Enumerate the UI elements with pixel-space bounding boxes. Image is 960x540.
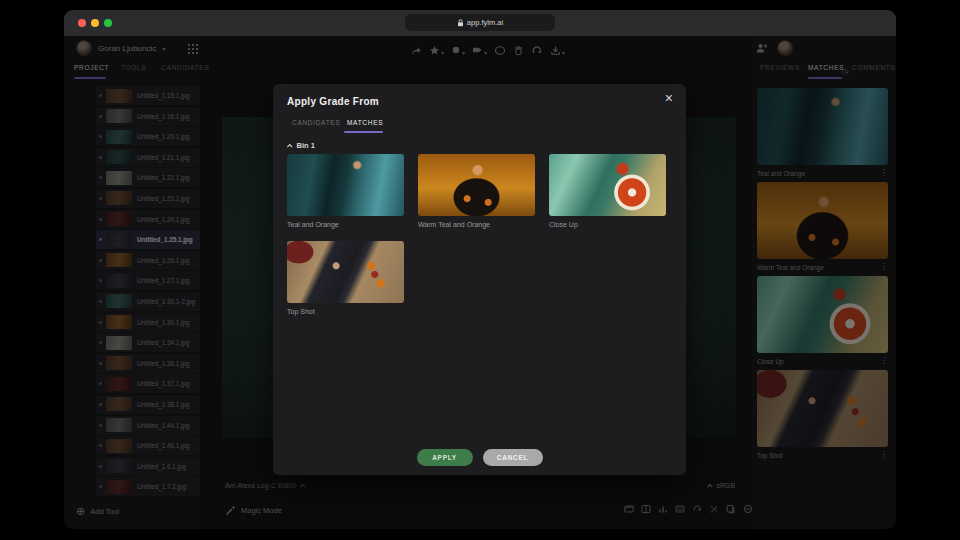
grade-card[interactable]: Warm Teal and Orange	[418, 154, 535, 228]
grade-card[interactable]: Teal and Orange	[287, 154, 404, 228]
grade-card-grid: Teal and Orange Warm Teal and Orange Clo…	[287, 154, 673, 315]
grade-thumbnail[interactable]	[418, 154, 535, 216]
close-icon[interactable]	[665, 90, 673, 106]
grade-label: Teal and Orange	[287, 221, 404, 228]
grade-label: Close Up	[549, 221, 666, 228]
grade-label: Top Shot	[287, 308, 404, 315]
close-window-button[interactable]	[78, 19, 86, 27]
active-tab-underline	[344, 131, 383, 133]
modal-title: Apply Grade From	[287, 96, 379, 107]
apply-button[interactable]: APPLY	[417, 449, 473, 466]
modal-tab-matches[interactable]: MATCHES	[347, 119, 383, 126]
minimize-window-button[interactable]	[91, 19, 99, 27]
bin-group-header[interactable]: Bin 1	[288, 141, 315, 150]
grade-thumbnail[interactable]	[287, 241, 404, 303]
chevron-up-icon	[287, 144, 292, 149]
url-text: app.fylm.ai	[467, 18, 503, 27]
cancel-button[interactable]: CANCEL	[483, 449, 543, 466]
grade-label: Warm Teal and Orange	[418, 221, 535, 228]
browser-chrome: app.fylm.ai	[64, 10, 896, 36]
grade-card[interactable]: Close Up	[549, 154, 666, 228]
app-root: Goran Ljubuncic	[64, 36, 896, 529]
grade-thumbnail[interactable]	[287, 154, 404, 216]
zoom-window-button[interactable]	[104, 19, 112, 27]
address-bar[interactable]: app.fylm.ai	[405, 14, 555, 31]
grade-card[interactable]: Top Shot	[287, 241, 404, 315]
bin-label: Bin 1	[297, 141, 315, 150]
grade-thumbnail[interactable]	[549, 154, 666, 216]
modal-actions: APPLY CANCEL	[417, 449, 543, 466]
lock-icon	[457, 19, 464, 27]
modal-tab-candidates[interactable]: CANDIDATES	[292, 119, 340, 126]
apply-grade-modal: Apply Grade From CANDIDATES MATCHES Bin …	[273, 84, 686, 475]
browser-window: app.fylm.ai Goran Ljubuncic	[64, 10, 896, 529]
